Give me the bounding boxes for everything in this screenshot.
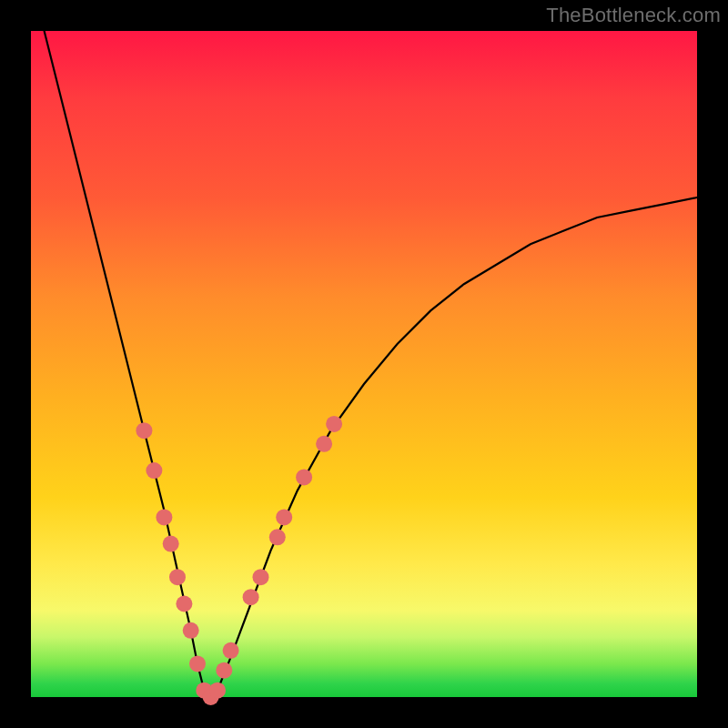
data-marker	[223, 642, 239, 659]
data-marker	[136, 422, 152, 439]
data-marker	[183, 622, 199, 639]
data-marker	[269, 529, 286, 545]
data-marker	[276, 509, 292, 525]
chart-frame: TheBottleneck.com	[0, 0, 728, 728]
data-marker	[146, 462, 162, 479]
data-marker	[163, 536, 179, 552]
data-marker	[176, 596, 192, 612]
data-marker	[296, 469, 312, 485]
data-marker	[253, 569, 269, 585]
data-marker	[156, 509, 172, 525]
plot-area	[31, 31, 697, 697]
data-marker	[169, 569, 186, 585]
curve-svg	[31, 31, 697, 697]
data-marker	[209, 682, 226, 699]
data-marker	[326, 416, 342, 432]
data-marker	[189, 655, 206, 672]
data-marker	[216, 662, 232, 679]
bottleneck-curve-path	[45, 31, 697, 697]
data-marker	[243, 589, 259, 605]
marker-group	[136, 416, 342, 705]
data-marker	[316, 436, 332, 452]
watermark-text: TheBottleneck.com	[546, 4, 721, 27]
